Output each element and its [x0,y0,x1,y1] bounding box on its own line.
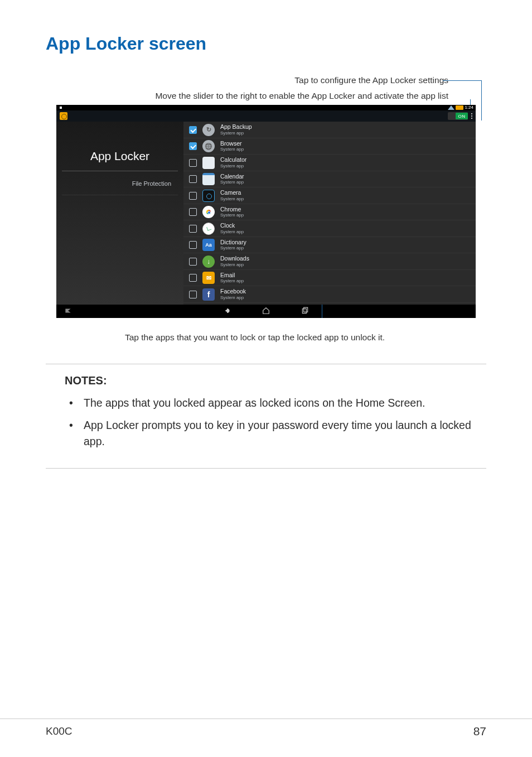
app-text: ClockSystem app [220,223,244,234]
notes-heading: NOTES: [65,374,486,387]
app-sub-label: System app [220,229,244,234]
app-name-label: App Backup [220,124,252,131]
page-footer: K00C 87 [0,719,532,738]
app-sub-label: System app [220,131,252,136]
wifi-icon [448,105,454,110]
app-row[interactable]: CalendarSystem app [183,171,476,188]
app-row[interactable]: CameraSystem app [183,187,476,204]
sidebar: App Locker File Protection [56,122,183,305]
svg-rect-1 [304,307,308,312]
app-name-label: Clock [220,223,244,229]
notification-bar: ON [56,110,476,122]
nav-home-icon[interactable] [262,307,270,316]
app-text: App BackupSystem app [220,124,252,136]
callout-connector [322,305,322,318]
toggle-on-label: ON [456,113,468,119]
app-name-label: Calendar [220,173,244,180]
note-item: App Locker prompts you to key in your pa… [79,417,486,449]
app-name-label: Browser [220,141,244,147]
app-sub-label: System app [220,147,244,152]
android-navbar [56,305,476,318]
page-title: App Locker screen [46,33,486,54]
app-row[interactable]: ClockSystem app [183,220,476,237]
calendar-icon [202,173,215,185]
notification-dot-icon [60,107,62,109]
email-icon [202,272,215,284]
app-row[interactable]: ChromeSystem app [183,204,476,221]
app-locker-status-icon[interactable] [60,112,67,120]
app-checkbox[interactable] [189,225,197,233]
app-sub-label: System app [220,278,244,283]
app-checkbox[interactable] [189,291,197,298]
app-name-label: Dictionary [220,239,246,246]
svg-rect-0 [302,308,306,313]
app-sub-label: System app [220,163,246,168]
clock-icon [202,223,215,235]
app-checkbox[interactable] [189,258,197,266]
sidebar-file-protection-tab[interactable]: File Protection [62,171,178,195]
app-name-label: Calculator [220,157,246,163]
screenshot-canvas: 1:24 ON App Locker File Protection App B… [56,105,476,318]
app-name-label: Email [220,272,244,279]
notes-block: NOTES: The apps that you locked appear a… [46,364,486,469]
downloads-icon [202,255,215,268]
app-text: DictionarySystem app [220,239,246,251]
app-text: CalculatorSystem app [220,157,246,168]
battery-icon [456,105,463,110]
app-sub-label: System app [220,245,246,250]
status-time: 1:24 [465,105,473,110]
app-text: DownloadsSystem app [220,255,249,267]
app-name-label: Facebook [220,288,246,295]
app-sub-label: System app [220,213,244,218]
app-row[interactable]: CalculatorSystem app [183,155,476,171]
app-checkbox[interactable] [189,159,197,167]
app-text: CameraSystem app [220,190,244,201]
app-name-label: Downloads [220,255,249,262]
android-statusbar: 1:24 [56,105,476,110]
calculator-icon [202,157,215,169]
app-name-label: Chrome [220,206,244,213]
app-text: FacebookSystem app [220,288,246,300]
app-sub-label: System app [220,262,249,267]
nav-back-icon[interactable] [223,307,231,316]
app-row[interactable]: DownloadsSystem app [183,253,476,270]
app-name-label: Camera [220,190,244,196]
sidebar-app-locker-tab[interactable]: App Locker [62,150,178,171]
dictionary-icon [202,239,215,251]
app-checkbox[interactable] [189,142,197,150]
app-checkbox[interactable] [189,175,197,183]
browser-icon [202,140,215,152]
app-row[interactable]: BrowserSystem app [183,138,476,155]
callout-connector [443,80,482,81]
note-item: The apps that you locked appear as locke… [79,395,486,411]
app-row[interactable]: DictionarySystem app [183,237,476,254]
main-area: App Locker File Protection App BackupSys… [56,122,476,305]
footer-model: K00C [46,725,72,737]
app-checkbox[interactable] [189,126,197,134]
overflow-menu-icon[interactable] [470,113,472,119]
app-locker-toggle[interactable]: ON [448,112,468,120]
chrome-icon [202,206,215,218]
camera-icon [202,190,215,202]
app-text: CalendarSystem app [220,173,244,185]
app-text: BrowserSystem app [220,141,244,152]
app-row[interactable]: EmailSystem app [183,270,476,287]
app-sub-label: System app [220,295,246,300]
screenshot-quick-icon[interactable] [64,307,72,316]
app-text: ChromeSystem app [220,206,244,218]
app-sub-label: System app [220,196,244,201]
app-text: EmailSystem app [220,272,244,284]
callout-slider: Move the slider to the right to enable t… [155,90,448,102]
app-list[interactable]: App BackupSystem appBrowserSystem appCal… [183,122,476,305]
app-checkbox[interactable] [189,208,197,216]
app-checkbox[interactable] [189,192,197,200]
facebook-icon [202,288,215,301]
backup-icon [202,124,215,136]
app-row[interactable]: App BackupSystem app [183,122,476,138]
nav-recent-icon[interactable] [301,307,309,316]
app-row[interactable]: FacebookSystem app [183,286,476,303]
callout-settings: Tap to configure the App Locker settings [294,74,448,86]
app-checkbox[interactable] [189,241,197,249]
app-sub-label: System app [220,180,244,185]
app-checkbox[interactable] [189,274,197,282]
